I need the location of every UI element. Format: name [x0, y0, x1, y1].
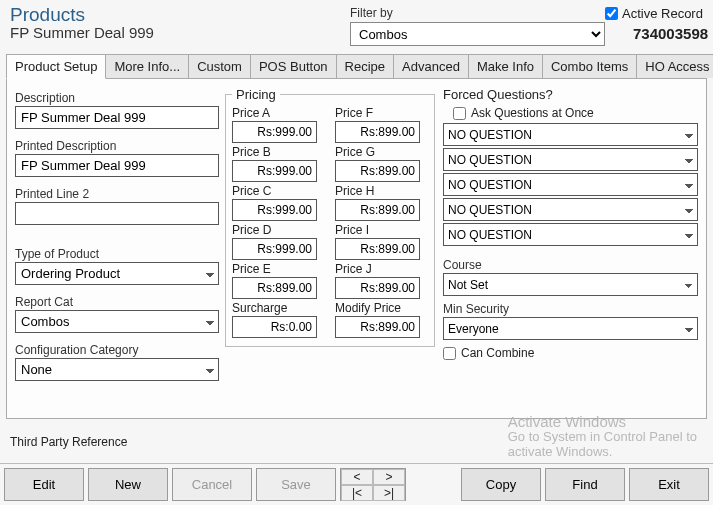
find-button[interactable]: Find [545, 468, 625, 501]
price-f-input[interactable] [335, 121, 420, 143]
nav-next-button[interactable]: > [373, 469, 405, 485]
tab-recipe[interactable]: Recipe [336, 54, 394, 78]
tab-make-info[interactable]: Make Info [468, 54, 543, 78]
page-title: Products [10, 4, 350, 26]
config-cat-select[interactable]: None [15, 358, 219, 381]
forced-question-5[interactable]: NO QUESTION [443, 223, 698, 246]
printed-desc-label: Printed Description [15, 139, 219, 153]
tab-combo-items[interactable]: Combo Items [542, 54, 637, 78]
price-j-label: Price J [335, 262, 428, 276]
surcharge-label: Surcharge [232, 301, 325, 315]
price-c-label: Price C [232, 184, 325, 198]
report-cat-label: Report Cat [15, 295, 219, 309]
copy-button[interactable]: Copy [461, 468, 541, 501]
tab-pos-button[interactable]: POS Button [250, 54, 337, 78]
price-j-input[interactable] [335, 277, 420, 299]
tab-product-setup[interactable]: Product Setup [6, 54, 106, 79]
price-g-label: Price G [335, 145, 428, 159]
modify-price-input[interactable] [335, 316, 420, 338]
pricing-group: Pricing Price A Price F Price B Price G … [225, 87, 435, 347]
forced-question-3[interactable]: NO QUESTION [443, 173, 698, 196]
price-h-label: Price H [335, 184, 428, 198]
type-of-product-label: Type of Product [15, 247, 219, 261]
description-input[interactable] [15, 106, 219, 129]
nav-first-button[interactable]: |< [341, 485, 373, 501]
surcharge-input[interactable] [232, 316, 317, 338]
price-e-input[interactable] [232, 277, 317, 299]
price-b-label: Price B [232, 145, 325, 159]
tab-custom[interactable]: Custom [188, 54, 251, 78]
price-i-input[interactable] [335, 238, 420, 260]
pricing-legend: Pricing [232, 87, 280, 102]
ask-at-once-checkbox[interactable] [453, 107, 466, 120]
nav-prev-button[interactable]: < [341, 469, 373, 485]
printed-desc-input[interactable] [15, 154, 219, 177]
price-b-input[interactable] [232, 160, 317, 182]
product-name: FP Summer Deal 999 [10, 24, 350, 41]
course-select[interactable]: Not Set [443, 273, 698, 296]
price-h-input[interactable] [335, 199, 420, 221]
new-button[interactable]: New [88, 468, 168, 501]
forced-question-4[interactable]: NO QUESTION [443, 198, 698, 221]
price-a-label: Price A [232, 106, 325, 120]
price-c-input[interactable] [232, 199, 317, 221]
can-combine-label: Can Combine [461, 346, 534, 360]
cancel-button: Cancel [172, 468, 252, 501]
filter-by-select[interactable]: Combos [350, 22, 605, 46]
price-a-input[interactable] [232, 121, 317, 143]
exit-button[interactable]: Exit [629, 468, 709, 501]
price-f-label: Price F [335, 106, 428, 120]
min-security-label: Min Security [443, 302, 698, 316]
ask-at-once-label: Ask Questions at Once [471, 106, 594, 120]
edit-button[interactable]: Edit [4, 468, 84, 501]
forced-questions-title: Forced Questions? [443, 87, 698, 102]
forced-question-2[interactable]: NO QUESTION [443, 148, 698, 171]
course-label: Course [443, 258, 698, 272]
description-label: Description [15, 91, 219, 105]
third-party-ref-label: Third Party Reference [10, 435, 127, 449]
printed-line2-input[interactable] [15, 202, 219, 225]
report-cat-select[interactable]: Combos [15, 310, 219, 333]
can-combine-checkbox[interactable] [443, 347, 456, 360]
type-of-product-select[interactable]: Ordering Product [15, 262, 219, 285]
tab-bar: Product Setup More Info... Custom POS Bu… [6, 54, 707, 79]
tab-ho-access[interactable]: HO Access [636, 54, 713, 78]
windows-watermark: Activate Windows Go to System in Control… [508, 414, 697, 459]
config-cat-label: Configuration Category [15, 343, 219, 357]
nav-last-button[interactable]: >| [373, 485, 405, 501]
filter-by-label: Filter by [350, 6, 605, 20]
bottom-toolbar: Edit New Cancel Save < > |< >| Copy Find… [0, 463, 713, 505]
modify-price-label: Modify Price [335, 301, 428, 315]
record-id: 734003598 [633, 25, 713, 42]
price-i-label: Price I [335, 223, 428, 237]
forced-question-1[interactable]: NO QUESTION [443, 123, 698, 146]
price-d-input[interactable] [232, 238, 317, 260]
price-g-input[interactable] [335, 160, 420, 182]
active-record-label: Active Record [622, 6, 703, 21]
price-d-label: Price D [232, 223, 325, 237]
active-record-checkbox[interactable] [605, 7, 618, 20]
price-e-label: Price E [232, 262, 325, 276]
min-security-select[interactable]: Everyone [443, 317, 698, 340]
printed-line2-label: Printed Line 2 [15, 187, 219, 201]
tab-more-info[interactable]: More Info... [105, 54, 189, 78]
save-button: Save [256, 468, 336, 501]
tab-advanced[interactable]: Advanced [393, 54, 469, 78]
